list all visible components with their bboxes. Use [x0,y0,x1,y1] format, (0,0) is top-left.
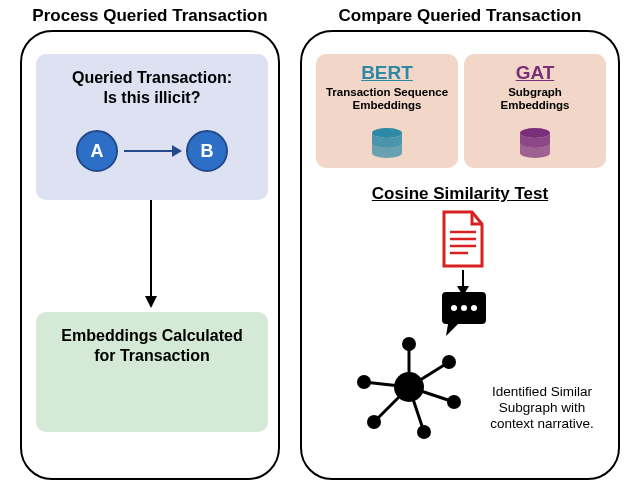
embeddings-box: Embeddings Calculated for Transaction [36,312,268,432]
network-icon [354,332,464,442]
narr-l3: context narrative. [472,416,612,432]
node-a: A [76,130,118,172]
title-process: Process Queried Transaction [30,6,270,26]
query-line2: Is this illicit? [36,88,268,108]
panel-process: Queried Transaction: Is this illicit? A … [20,30,280,480]
bert-box: BERT Transaction Sequence Embeddings [316,54,458,168]
narr-l2: Subgraph with [472,400,612,416]
bert-name: BERT [316,62,458,84]
query-line1: Queried Transaction: [36,68,268,88]
svg-point-22 [447,395,461,409]
svg-point-21 [442,355,456,369]
cosine-label: Cosine Similarity Test [302,184,618,204]
document-icon [440,210,486,268]
gat-sub1: Subgraph [464,86,606,99]
gat-name: GAT [464,62,606,84]
svg-point-19 [394,372,424,402]
narr-l1: Identified Similar [472,384,612,400]
node-b: B [186,130,228,172]
arrow-ab [124,150,180,152]
svg-point-24 [367,415,381,429]
emb-text: Embeddings Calculated for Transaction [36,326,268,366]
svg-point-20 [402,337,416,351]
database-icon [370,128,404,158]
gat-box: GAT Subgraph Embeddings [464,54,606,168]
bert-sub2: Embeddings [316,99,458,112]
arrow-down-left [150,200,152,306]
svg-point-5 [520,128,550,138]
bert-sub: Transaction Sequence Embeddings [316,86,458,112]
arrow-down-right [462,270,464,294]
gat-sub2: Embeddings [464,99,606,112]
svg-point-25 [357,375,371,389]
title-compare: Compare Queried Transaction [310,6,610,26]
svg-point-10 [451,305,457,311]
panel-compare: BERT Transaction Sequence Embeddings GAT… [300,30,620,480]
query-box: Queried Transaction: Is this illicit? A … [36,54,268,200]
emb-line1: Embeddings Calculated [36,326,268,346]
svg-point-11 [461,305,467,311]
svg-point-23 [417,425,431,439]
query-text: Queried Transaction: Is this illicit? [36,68,268,108]
bert-sub1: Transaction Sequence [316,86,458,99]
narrative-text: Identified Similar Subgraph with context… [472,384,612,433]
gat-sub: Subgraph Embeddings [464,86,606,112]
emb-line2: for Transaction [36,346,268,366]
svg-point-12 [471,305,477,311]
database-icon [518,128,552,158]
svg-point-4 [372,128,402,138]
